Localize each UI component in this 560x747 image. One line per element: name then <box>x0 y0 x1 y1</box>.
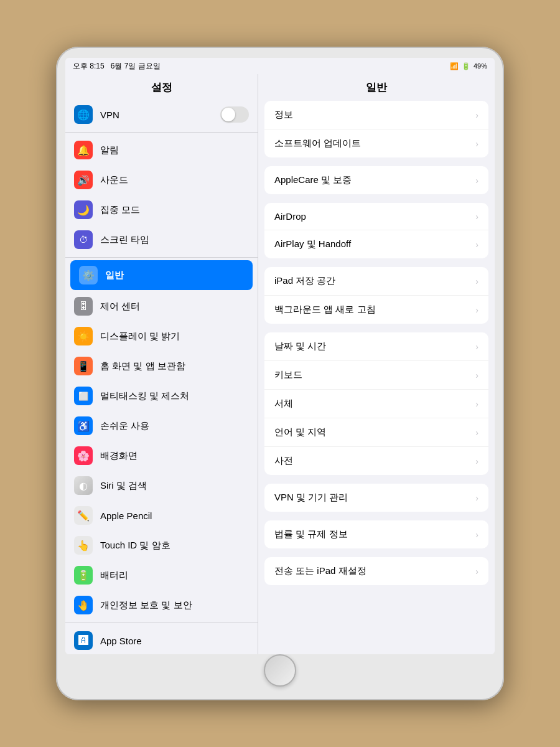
detail-section-6: VPN 및 기기 관리 › <box>264 484 488 512</box>
divider-1 <box>65 132 258 133</box>
transfer-reset-chevron: › <box>475 566 478 576</box>
detail-row-dictionary[interactable]: 사전 › <box>264 447 488 475</box>
ipad-device: 오후 8:15 6월 7일 금요일 📶 🔋 49% 설정 🌐 <box>56 47 504 700</box>
legal-chevron: › <box>475 530 478 540</box>
multitask-label: 멀티태스킹 및 제스처 <box>100 390 189 402</box>
sidebar-item-siri[interactable]: ◐ Siri 및 검색 <box>65 471 258 500</box>
status-time-date: 오후 8:15 6월 7일 금요일 <box>73 61 161 72</box>
detail-title: 일반 <box>258 74 495 101</box>
dictionary-label: 사전 <box>274 455 293 467</box>
detail-row-info[interactable]: 정보 › <box>264 101 488 129</box>
sidebar-item-privacy[interactable]: 🤚 개인정보 보호 및 보안 <box>65 590 258 620</box>
control-center-icon: 🎛 <box>74 297 93 316</box>
dictionary-chevron: › <box>475 456 478 466</box>
home-button[interactable] <box>264 654 296 687</box>
screentime-label: 스크린 타임 <box>100 234 149 246</box>
legal-label: 법률 및 규제 정보 <box>274 529 348 540</box>
language-chevron: › <box>475 428 478 438</box>
detail-row-airplay[interactable]: AirPlay 및 Handoff › <box>264 230 488 258</box>
detail-section-2: AppleCare 및 보증 › <box>264 166 488 194</box>
main-content: 설정 🌐 VPN 🔔 알림 <box>65 74 495 654</box>
appstore-icon: 🅰 <box>74 631 93 650</box>
general-icon: ⚙️ <box>79 266 98 284</box>
touchid-icon: 👆 <box>74 536 93 555</box>
detail-section-3: AirDrop › AirPlay 및 Handoff › <box>264 203 488 258</box>
sidebar-item-focus[interactable]: 🌙 집중 모드 <box>65 195 258 225</box>
detail-row-ipad-storage[interactable]: iPad 저장 공간 › <box>264 267 488 296</box>
sidebar-item-applepencil[interactable]: ✏️ Apple Pencil <box>65 500 258 530</box>
sidebar-item-battery[interactable]: 🔋 배터리 <box>65 560 258 590</box>
touchid-label: Touch ID 및 암호 <box>100 540 170 552</box>
pencil-label: Apple Pencil <box>100 510 152 521</box>
display-icon: ☀️ <box>74 327 93 345</box>
battery-settings-icon: 🔋 <box>74 566 93 585</box>
detail-row-software-update[interactable]: 소프트웨어 업데이트 › <box>264 129 488 157</box>
ipad-screen: 오후 8:15 6월 7일 금요일 📶 🔋 49% 설정 🌐 <box>65 58 495 654</box>
datetime-label: 날짜 및 시간 <box>274 341 326 352</box>
sidebar-item-control-center[interactable]: 🎛 제어 센터 <box>65 291 258 321</box>
airdrop-chevron: › <box>475 212 478 222</box>
background-app-label: 백그라운드 앱 새로 고침 <box>274 304 376 316</box>
detail-row-datetime[interactable]: 날짜 및 시간 › <box>264 332 488 361</box>
airplay-label: AirPlay 및 Handoff <box>274 238 351 250</box>
battery-label: 배터리 <box>100 570 128 581</box>
detail-row-background-app[interactable]: 백그라운드 앱 새로 고침 › <box>264 296 488 324</box>
detail-section-8: 전송 또는 iPad 재설정 › <box>264 557 488 585</box>
focus-icon: 🌙 <box>74 200 93 219</box>
sidebar-item-general[interactable]: ⚙️ 일반 <box>70 260 253 290</box>
fonts-label: 서체 <box>274 398 293 410</box>
sidebar: 설정 🌐 VPN 🔔 알림 <box>65 74 258 654</box>
detail-row-legal[interactable]: 법률 및 규제 정보 › <box>264 520 488 548</box>
divider-3 <box>65 622 258 623</box>
status-date: 6월 7일 금요일 <box>111 62 161 70</box>
vpn-toggle[interactable] <box>220 106 249 123</box>
wallpaper-icon: 🌸 <box>74 446 93 465</box>
info-label: 정보 <box>274 109 293 121</box>
detail-section-1: 정보 › 소프트웨어 업데이트 › <box>264 101 488 157</box>
detail-row-airdrop[interactable]: AirDrop › <box>264 203 488 230</box>
siri-label: Siri 및 검색 <box>100 480 147 492</box>
background-app-chevron: › <box>475 305 478 315</box>
sidebar-item-appstore[interactable]: 🅰 App Store <box>65 626 258 654</box>
ipad-storage-chevron: › <box>475 276 478 286</box>
sidebar-item-accessibility[interactable]: ♿ 손쉬운 사용 <box>65 411 258 441</box>
fonts-chevron: › <box>475 399 478 409</box>
datetime-chevron: › <box>475 342 478 352</box>
language-label: 언어 및 지역 <box>274 426 326 438</box>
sidebar-item-touchid[interactable]: 👆 Touch ID 및 암호 <box>65 530 258 560</box>
sidebar-item-display[interactable]: ☀️ 디스플레이 및 밝기 <box>65 321 258 351</box>
battery-icon: 🔋 <box>462 62 470 70</box>
software-update-chevron: › <box>475 139 478 149</box>
sidebar-item-vpn[interactable]: 🌐 VPN <box>65 100 258 129</box>
sidebar-item-multitask[interactable]: ⬜ 멀티태스킹 및 제스처 <box>65 381 258 411</box>
detail-row-applecare[interactable]: AppleCare 및 보증 › <box>264 166 488 194</box>
siri-icon: ◐ <box>74 476 93 495</box>
control-center-label: 제어 센터 <box>100 301 140 312</box>
detail-section-5: 날짜 및 시간 › 키보드 › 서체 › 언어 및 지역 › <box>264 332 488 475</box>
sidebar-item-sound[interactable]: 🔊 사운드 <box>65 165 258 195</box>
status-bar: 오후 8:15 6월 7일 금요일 📶 🔋 49% <box>65 58 495 74</box>
keyboard-label: 키보드 <box>274 369 302 381</box>
sound-icon: 🔊 <box>74 171 93 189</box>
privacy-label: 개인정보 보호 및 보안 <box>100 599 192 611</box>
multitask-icon: ⬜ <box>74 387 93 405</box>
applecare-label: AppleCare 및 보증 <box>274 174 352 186</box>
sidebar-item-screentime[interactable]: ⏱ 스크린 타임 <box>65 225 258 255</box>
sidebar-item-homescreen[interactable]: 📱 홈 화면 및 앱 보관함 <box>65 351 258 381</box>
alarm-label: 알림 <box>100 144 119 156</box>
vpn-label: VPN <box>100 110 119 120</box>
detail-row-keyboard[interactable]: 키보드 › <box>264 361 488 390</box>
detail-row-vpn-mgmt[interactable]: VPN 및 기기 관리 › <box>264 484 488 512</box>
detail-row-fonts[interactable]: 서체 › <box>264 390 488 418</box>
detail-row-language[interactable]: 언어 및 지역 › <box>264 418 488 447</box>
airdrop-label: AirDrop <box>274 211 306 222</box>
focus-label: 집중 모드 <box>100 204 140 216</box>
accessibility-icon: ♿ <box>74 416 93 435</box>
detail-panel: 일반 정보 › 소프트웨어 업데이트 › AppleCare 및 보증 <box>258 74 495 654</box>
sidebar-item-alarm[interactable]: 🔔 알림 <box>65 135 258 165</box>
alarm-icon: 🔔 <box>74 141 93 159</box>
sidebar-item-wallpaper[interactable]: 🌸 배경화면 <box>65 441 258 471</box>
divider-2 <box>65 257 258 258</box>
detail-row-transfer-reset[interactable]: 전송 또는 iPad 재설정 › <box>264 557 488 585</box>
info-chevron: › <box>475 110 478 120</box>
